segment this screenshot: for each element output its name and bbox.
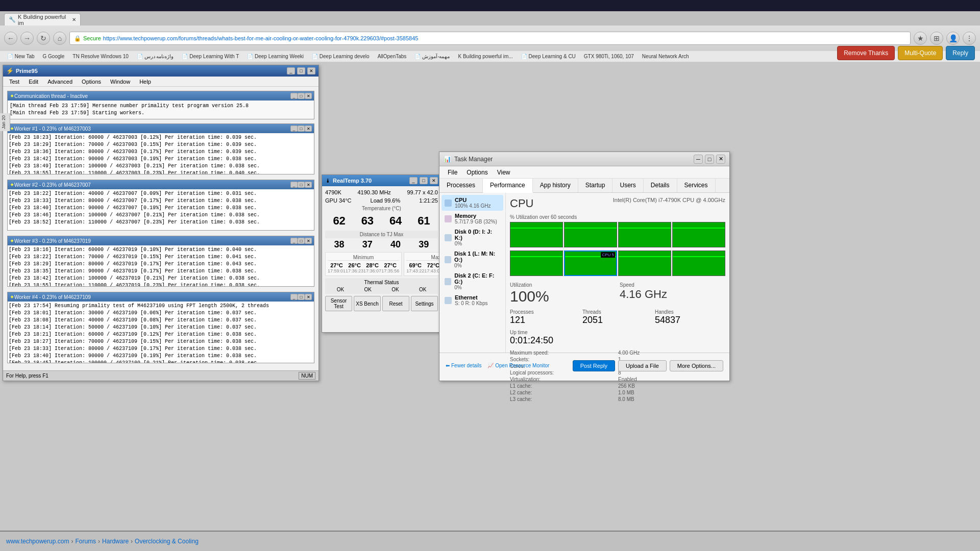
menu-advanced[interactable]: Advanced [43, 78, 77, 86]
menu-button[interactable]: ⋮ [963, 32, 976, 45]
reset-button[interactable]: Reset [382, 296, 409, 311]
sensor-test-button[interactable]: Sensor Test [325, 296, 352, 311]
tab-services[interactable]: Services [677, 179, 716, 192]
sidebar-item-memory[interactable]: Memory 5.7/17.9 GB (32%) [442, 211, 503, 227]
w1-minimize[interactable]: _ [290, 126, 298, 132]
sidebar-item-disk1[interactable]: Disk 1 (L: M: N: O:) 0% [442, 248, 503, 270]
xs-bench-button[interactable]: XS Bench [354, 296, 381, 311]
worker-1-content[interactable]: [Feb 23 18:23] Iteration: 60000 / 462370… [8, 133, 314, 174]
bookmark-resolve[interactable]: TN Resolve Windows 10 [69, 53, 131, 60]
w4-close[interactable]: ✕ [305, 294, 312, 300]
sidebar-item-ethernet[interactable]: Ethernet S: 0 R: 0 Kbps [442, 292, 503, 308]
w4-maximize[interactable]: □ [298, 294, 305, 300]
worker-4-content[interactable]: [Feb 23 17:54] Resuming primality test o… [8, 302, 314, 363]
tab-close-icon[interactable]: ✕ [72, 17, 76, 22]
prime95-maximize[interactable]: □ [297, 67, 305, 74]
w2-close[interactable]: ✕ [305, 182, 312, 188]
tm-maximize[interactable]: □ [705, 155, 714, 164]
prime95-close[interactable]: ✕ [307, 67, 315, 74]
address-bar[interactable]: 🔒 Secure https://www.techpowerup.com/for… [69, 32, 911, 45]
bc-overclocking[interactable]: Overclocking & Cooling [135, 538, 199, 545]
w3-maximize[interactable]: □ [298, 238, 305, 244]
remove-thanks-button[interactable]: Remove Thanks [837, 46, 895, 60]
tab-app-history[interactable]: App history [533, 179, 578, 192]
home-button[interactable]: ⌂ [53, 32, 66, 45]
bookmark-google[interactable]: G Google [40, 53, 68, 60]
bookmark-new-tab[interactable]: 📄 New Tab [4, 53, 38, 60]
menu-options[interactable]: Options [78, 78, 105, 86]
w1-close[interactable]: ✕ [305, 126, 312, 132]
realtemp-minimize[interactable]: _ [409, 177, 418, 184]
upload-file-button[interactable]: Upload a File [618, 360, 667, 371]
w2-minimize[interactable]: _ [290, 182, 298, 188]
realtemp-maximize[interactable]: □ [420, 177, 428, 184]
worker-3-content[interactable]: [Feb 23 18:16] Iteration: 60000 / 462370… [8, 245, 314, 286]
bookmark-star[interactable]: ★ [914, 32, 927, 45]
w1-maximize[interactable]: □ [298, 126, 305, 132]
tm-menu-file[interactable]: File [444, 167, 461, 178]
tab-startup[interactable]: Startup [578, 179, 613, 192]
post-reply-button[interactable]: Post Reply [573, 360, 615, 371]
bc-forums[interactable]: Forums [75, 538, 96, 545]
bookmark-dl2[interactable]: 📄 Deep Learning Weeki [244, 53, 307, 60]
realtemp-content: 4790K 4190.30 MHz 99.77 x 42.0 GPU 34°C … [322, 186, 441, 314]
realtemp-close[interactable]: ✕ [430, 177, 438, 184]
cpu-info-grid: Maximum speed: 4.00 GHz Sockets: 1 Cores… [510, 350, 725, 402]
bookmark-dl1[interactable]: 📄 Deep Learning With T [179, 53, 242, 60]
w2-maximize[interactable]: □ [298, 182, 305, 188]
realtemp-freq: 4190.30 MHz [357, 189, 390, 195]
bookmark-vocab[interactable]: 📄 واژه‌نامه درس [134, 53, 177, 60]
tab-processes[interactable]: Processes [439, 179, 483, 192]
bookmark-dl3[interactable]: 📄 Deep Learning develo [309, 53, 373, 60]
open-resource-monitor-link[interactable]: 📈 Open Resource Monitor [487, 363, 549, 368]
multi-quote-button[interactable]: Multi-Quote [898, 46, 943, 60]
comm-maximize[interactable]: □ [298, 93, 305, 99]
tab-details[interactable]: Details [644, 179, 677, 192]
bookmark-gtx[interactable]: GTX 980Ti, 1060, 107 [581, 53, 637, 60]
w4-minimize[interactable]: _ [290, 294, 298, 300]
ethernet-indicator [445, 297, 452, 304]
util-label: % Utilization over 60 seconds [510, 214, 725, 220]
prime95-content[interactable]: ✦ Communication thread - Inactive _ □ ✕ … [3, 87, 318, 380]
tab-users[interactable]: Users [612, 179, 643, 192]
w3-close[interactable]: ✕ [305, 238, 312, 244]
bookmark-nn[interactable]: Neural Network Arch [639, 53, 692, 60]
sidebar-item-disk0[interactable]: Disk 0 (D: I: J: K:) 0% [442, 227, 503, 248]
extensions-icon[interactable]: ⊞ [930, 32, 943, 45]
tm-menu-view[interactable]: View [493, 167, 514, 178]
sidebar-item-disk2[interactable]: Disk 2 (C: E: F: G:) 0% [442, 270, 503, 292]
settings-button[interactable]: Settings [411, 296, 438, 311]
bc-hardware[interactable]: Hardware [102, 538, 129, 545]
realtemp-cpu-row: 4790K 4190.30 MHz 99.77 x 42.0 [325, 189, 438, 195]
tm-close[interactable]: ✕ [716, 155, 725, 164]
tab-performance[interactable]: Performance [483, 179, 533, 193]
fewer-details-link[interactable]: ⬅ Fewer details [446, 363, 481, 368]
reply-button[interactable]: Reply [946, 46, 975, 60]
tm-minimize[interactable]: ─ [694, 155, 703, 164]
prime95-titlebar: ⚡ Prime95 _ □ ✕ [3, 65, 318, 77]
comm-minimize[interactable]: _ [290, 93, 298, 99]
bc-site[interactable]: www.techpowerup.com [6, 538, 69, 545]
worker-2-content[interactable]: [Feb 23 18:22] Iteration: 40000 / 462370… [8, 189, 314, 230]
more-options-button[interactable]: More Options... [670, 360, 723, 371]
menu-help[interactable]: Help [135, 78, 155, 86]
profile-icon[interactable]: 👤 [946, 32, 960, 45]
back-button[interactable]: ← [4, 32, 17, 45]
bookmark-allopen[interactable]: AllOpenTabs [375, 53, 410, 60]
cpu-graph-3 [672, 222, 725, 247]
menu-edit[interactable]: Edit [24, 78, 42, 86]
comm-close[interactable]: ✕ [305, 93, 312, 99]
threads-value: 2051 [582, 315, 653, 325]
sidebar-item-cpu[interactable]: CPU 100% 4.16 GHz [442, 195, 503, 211]
bookmark-dlcu[interactable]: 📄 Deep Learning & CU [518, 53, 579, 60]
prime95-minimize[interactable]: _ [287, 67, 295, 74]
bookmark-building[interactable]: K Building powerful im... [455, 53, 516, 60]
menu-test[interactable]: Test [5, 78, 23, 86]
w3-minimize[interactable]: _ [290, 238, 298, 244]
forward-button[interactable]: → [20, 32, 34, 45]
tm-menu-options[interactable]: Options [462, 167, 492, 178]
tab-building-powerful[interactable]: 🔧 K Building powerful im ✕ [4, 13, 81, 26]
bookmark-mohamad[interactable]: 📄 مهمه-آموزش [411, 53, 453, 60]
menu-window[interactable]: Window [106, 78, 134, 86]
reload-button[interactable]: ↻ [37, 32, 50, 45]
